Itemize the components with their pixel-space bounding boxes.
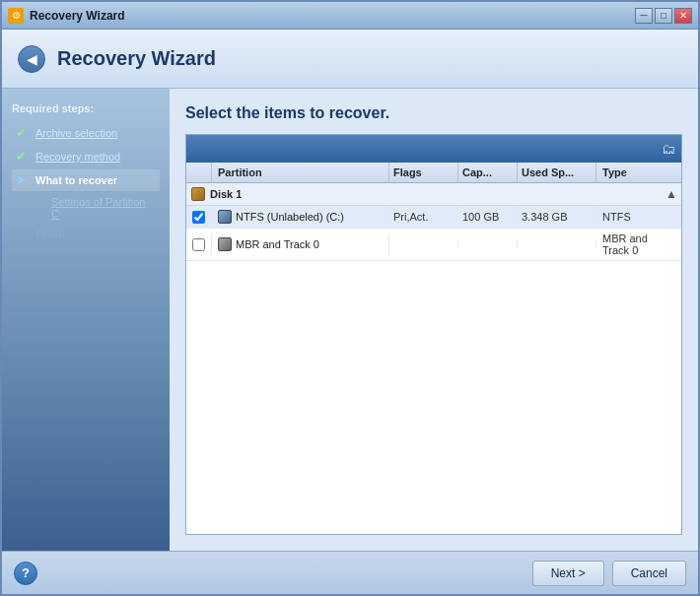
partition-type-mbr: MBR and Track 0 (596, 229, 681, 260)
partition-cap-mbr (458, 240, 518, 248)
sidebar-item-recovery-method[interactable]: ✔ Recovery method (12, 146, 160, 167)
partition-name-mbr: MBR and Track 0 (212, 233, 389, 255)
header-area: ◀ Recovery Wizard (2, 30, 698, 89)
help-button[interactable]: ? (14, 562, 37, 585)
sidebar-item-what-to-recover[interactable]: ➤ What to recover (12, 169, 160, 191)
sidebar-item-label-finish: Finish (35, 228, 64, 239)
partition-name-mbr-label: MBR and Track 0 (236, 238, 319, 250)
main-content: Required steps: ✔ Archive selection ✔ Re… (2, 89, 698, 551)
table-row[interactable]: NTFS (Unlabeled) (C:) Pri,Act. 100 GB 3.… (186, 206, 681, 229)
title-bar-buttons: ─ □ ✕ (635, 8, 692, 24)
sidebar: Required steps: ✔ Archive selection ✔ Re… (2, 89, 170, 551)
partition-flags-mbr (389, 240, 458, 248)
sidebar-item-label-recovery: Recovery method (35, 151, 120, 163)
sidebar-item-label-archive: Archive selection (35, 127, 117, 139)
table-header-bar: 🗂 (186, 135, 681, 163)
next-button[interactable]: Next > (532, 561, 604, 586)
disk-hdd-icon (190, 186, 206, 202)
sidebar-item-label-what: What to recover (35, 174, 117, 186)
maximize-button[interactable]: □ (655, 8, 672, 24)
header-title: Recovery Wizard (57, 47, 216, 70)
partition-type-ntfs: NTFS (596, 207, 681, 227)
col-header-flags: Flags (389, 163, 458, 182)
title-bar-text: Recovery Wizard (30, 9, 635, 23)
table-toolbar-icon: 🗂 (662, 141, 675, 157)
sidebar-item-settings-partition[interactable]: Settings of Partition C (12, 193, 160, 223)
back-button[interactable]: ◀ (18, 45, 45, 73)
col-header-checkbox (186, 163, 212, 182)
right-content: Select the items to recover. 🗂 Partition… (170, 89, 698, 551)
table-columns: Partition Flags Cap... Used Sp... Type (186, 163, 681, 183)
col-header-partition: Partition (212, 163, 389, 182)
partition-icon (218, 210, 232, 224)
arrow-icon: ➤ (16, 172, 32, 188)
checkbox-ntfs-input[interactable] (192, 211, 205, 224)
partition-name-label: NTFS (Unlabeled) (C:) (236, 211, 344, 223)
section-title: Select the items to recover. (185, 104, 682, 122)
recovery-wizard-window: ⚙ Recovery Wizard ─ □ ✕ ◀ Recovery Wizar… (0, 0, 700, 596)
minimize-button[interactable]: ─ (635, 8, 653, 24)
mbr-icon (218, 237, 232, 251)
check-icon-2: ✔ (16, 149, 32, 165)
sidebar-section-title: Required steps: (12, 102, 160, 114)
partition-checkbox-mbr[interactable] (186, 234, 212, 255)
close-button[interactable]: ✕ (674, 8, 692, 24)
partition-checkbox-ntfs[interactable] (186, 207, 212, 228)
partition-name-ntfs: NTFS (Unlabeled) (C:) (212, 206, 389, 228)
partition-table: 🗂 Partition Flags Cap... Used Sp... Type (185, 134, 682, 535)
cancel-button[interactable]: Cancel (612, 561, 686, 586)
check-icon: ✔ (16, 125, 32, 141)
partition-flags-ntfs: Pri,Act. (389, 207, 458, 227)
disk-expand-icon[interactable]: ▲ (665, 187, 677, 201)
col-header-used: Used Sp... (518, 163, 596, 182)
sidebar-item-archive-selection[interactable]: ✔ Archive selection (12, 122, 160, 144)
col-header-type: Type (596, 163, 681, 182)
disk-label: Disk 1 (210, 188, 665, 200)
sidebar-item-label-settings: Settings of Partition C (32, 196, 156, 220)
sidebar-item-finish: Finish (12, 225, 160, 242)
table-body: Disk 1 ▲ NTFS (Unlabeled) (C:) Pri,Act. (186, 183, 681, 534)
partition-cap-ntfs: 100 GB (458, 207, 518, 227)
title-bar: ⚙ Recovery Wizard ─ □ ✕ (2, 2, 698, 30)
col-header-cap: Cap... (458, 163, 518, 182)
app-icon: ⚙ (8, 8, 24, 24)
table-row[interactable]: MBR and Track 0 MBR and Track 0 (186, 229, 681, 261)
help-icon: ? (22, 565, 30, 580)
partition-used-ntfs: 3.348 GB (518, 207, 596, 227)
disk-row: Disk 1 ▲ (186, 183, 681, 206)
partition-used-mbr (518, 240, 596, 248)
footer: ? Next > Cancel (2, 551, 698, 594)
checkbox-mbr-input[interactable] (192, 238, 205, 251)
